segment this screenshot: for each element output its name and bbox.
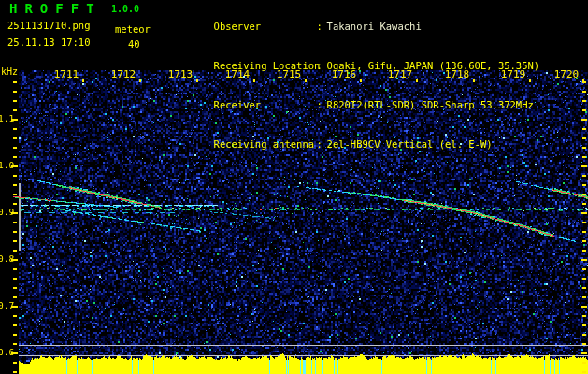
time-tick-label-1720: 1720 bbox=[552, 68, 581, 80]
antenna-value: 2el-HB9CV Vertical (el. E-W) bbox=[327, 138, 493, 150]
receiver-label: Receiver bbox=[214, 98, 317, 111]
station-info: Observer:Takanori Kawachi Receiving Loca… bbox=[166, 7, 539, 164]
time-tick-label-1712: 1712 bbox=[108, 68, 138, 80]
app-title: HROFFT bbox=[9, 1, 102, 16]
time-tick-label-1715: 1715 bbox=[274, 68, 304, 80]
info-row-antenna: Receiving antenna:2el-HB9CV Vertical (el… bbox=[166, 124, 539, 164]
separator: : bbox=[317, 137, 327, 151]
freq-tick-label-1.0: 1.0 bbox=[0, 160, 12, 170]
time-tick-label-1718: 1718 bbox=[442, 68, 472, 80]
info-row-receiver: Receiver:R820T2(RTL-SDR) SDR-Sharp 53.37… bbox=[166, 85, 539, 124]
observer-value: Takanori Kawachi bbox=[327, 21, 422, 32]
capture-datetime: 25.11.13 17:10 bbox=[7, 36, 91, 48]
separator: : bbox=[317, 20, 327, 33]
freq-tick-label-0.8: 0.8 bbox=[0, 253, 12, 264]
meteor-count: 40 bbox=[128, 38, 140, 50]
time-tick-label-1711: 1711 bbox=[51, 68, 81, 80]
app-version: 1.0.0 bbox=[111, 4, 139, 14]
frequency-unit-label: kHz bbox=[1, 66, 18, 77]
antenna-label: Receiving antenna bbox=[214, 137, 317, 151]
time-tick-label-1719: 1719 bbox=[498, 68, 528, 80]
separator: : bbox=[317, 59, 327, 72]
freq-tick-label-0.7: 0.7 bbox=[0, 300, 12, 310]
receiver-value: R820T2(RTL-SDR) SDR-Sharp 53.372MHz bbox=[327, 99, 534, 110]
mode-label: meteor bbox=[115, 23, 151, 35]
hrofft-screen: HROFFT 1.0.0 2511131710.png meteor 25.11… bbox=[0, 0, 588, 374]
freq-tick-label-0.9: 0.9 bbox=[0, 207, 12, 217]
freq-tick-label-1.1: 1.1 bbox=[0, 113, 12, 123]
capture-filename: 2511131710.png bbox=[7, 20, 91, 31]
time-tick-label-1716: 1716 bbox=[329, 68, 359, 80]
time-tick-label-1713: 1713 bbox=[165, 68, 195, 80]
info-row-observer: Observer:Takanori Kawachi bbox=[166, 7, 539, 46]
time-tick-label-1717: 1717 bbox=[385, 68, 415, 80]
time-tick-label-1714: 1714 bbox=[222, 68, 252, 80]
separator: : bbox=[317, 98, 327, 111]
observer-label: Observer bbox=[214, 20, 317, 33]
freq-tick-label-0.6: 0.6 bbox=[0, 347, 12, 357]
